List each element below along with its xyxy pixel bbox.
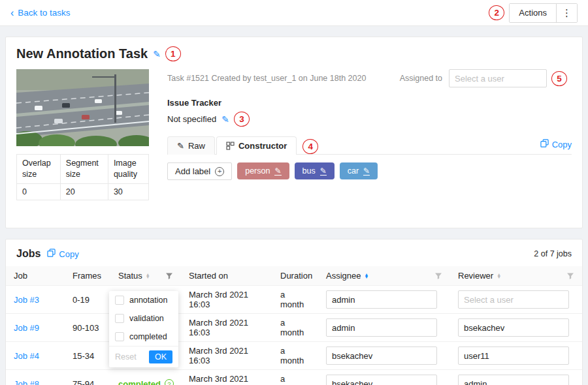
jobs-title: Jobs bbox=[16, 248, 41, 260]
checkbox-completed bbox=[115, 332, 124, 341]
copy-icon bbox=[540, 139, 549, 149]
job-9-assignee-input[interactable] bbox=[326, 318, 437, 337]
tab-constructor-label: Constructor bbox=[238, 141, 287, 151]
job-3-reviewer-input[interactable] bbox=[458, 290, 569, 309]
copy-jobs-label: Copy bbox=[59, 249, 78, 259]
jobs-header: Jobs Copy 2 of 7 jobs bbox=[6, 239, 582, 266]
job-4-started: March 3rd 2021 16:03 bbox=[189, 346, 248, 365]
filter-option-validation-label: validation bbox=[129, 314, 164, 323]
job-3-started: March 3rd 2021 16:03 bbox=[189, 290, 248, 309]
filter-ok-button[interactable]: OK bbox=[149, 350, 172, 363]
task-details-card: New Annotation Task ✎ 1 bbox=[5, 37, 583, 228]
edit-issue-tracker-icon[interactable]: ✎ bbox=[221, 114, 229, 125]
tab-raw-label: Raw bbox=[188, 141, 205, 151]
task-parameters-table: Overlap size Segment size Image quality … bbox=[16, 154, 149, 200]
back-label: Back to tasks bbox=[18, 8, 70, 18]
reviewer-sort-icon[interactable]: ▲▼ bbox=[497, 273, 501, 279]
jobs-count: 2 of 7 jobs bbox=[534, 249, 572, 258]
task-meta-text: Task #1521 Created by test_user_1 on Jun… bbox=[167, 74, 400, 83]
job-8-reviewer-input[interactable] bbox=[458, 375, 569, 385]
annotation-marker-4: 4 bbox=[302, 139, 318, 154]
edit-task-name-icon[interactable]: ✎ bbox=[153, 49, 161, 59]
task-title: New Annotation Task bbox=[16, 46, 148, 61]
job-8-status: completed ? bbox=[118, 379, 174, 385]
edit-label-person-icon[interactable]: ✎ bbox=[274, 167, 281, 176]
job-9-frames: 90-103 bbox=[73, 323, 99, 333]
column-job: Job bbox=[14, 271, 27, 281]
job-9-started: March 3rd 2021 16:03 bbox=[189, 318, 248, 337]
job-4-assignee-input[interactable] bbox=[326, 346, 437, 365]
chevron-left-icon: ‹ bbox=[10, 8, 14, 18]
task-left-column: Overlap size Segment size Image quality … bbox=[16, 69, 149, 217]
label-chip-person-name: person bbox=[245, 166, 270, 176]
status-sort-icon[interactable]: ▲▼ bbox=[146, 273, 150, 279]
job-row-3: Job #3 0-19 March 3rd 2021 16:03 a month bbox=[6, 286, 582, 314]
assignee-sort-icon[interactable]: ▲▼ bbox=[364, 273, 368, 279]
checkbox-validation bbox=[115, 314, 124, 323]
param-header-segment: Segment size bbox=[60, 155, 108, 184]
assigned-to-label: Assigned to bbox=[400, 74, 442, 83]
job-8-assignee-input[interactable] bbox=[326, 375, 437, 385]
copy-labels-link[interactable]: Copy bbox=[540, 139, 572, 149]
label-chip-person[interactable]: person ✎ bbox=[237, 162, 289, 179]
param-value-quality: 30 bbox=[108, 183, 148, 200]
annotation-marker-3: 3 bbox=[234, 112, 250, 127]
param-value-segment: 20 bbox=[60, 183, 108, 200]
column-reviewer: Reviewer bbox=[458, 271, 493, 281]
checkbox-annotation bbox=[115, 296, 124, 305]
add-label-button[interactable]: Add label + bbox=[167, 162, 232, 180]
job-8-duration: a month bbox=[280, 374, 304, 385]
filter-dropdown-footer: Reset OK bbox=[109, 346, 178, 367]
labels-list: Add label + person ✎ bus ✎ car bbox=[167, 155, 572, 217]
actions-button-group: Actions ⋮ bbox=[509, 3, 578, 23]
tab-constructor[interactable]: Constructor bbox=[216, 136, 297, 155]
filter-reset-button[interactable]: Reset bbox=[115, 352, 137, 362]
edit-label-car-icon[interactable]: ✎ bbox=[363, 167, 370, 176]
filter-option-completed[interactable]: completed bbox=[109, 328, 178, 346]
job-3-frames: 0-19 bbox=[73, 295, 90, 305]
labels-editor: ✎ Raw Constructor 4 bbox=[167, 136, 572, 217]
tab-raw[interactable]: ✎ Raw bbox=[167, 136, 215, 155]
back-to-tasks-link[interactable]: ‹ Back to tasks bbox=[10, 8, 71, 18]
copy-jobs-link[interactable]: Copy bbox=[47, 249, 78, 259]
label-chip-car[interactable]: car ✎ bbox=[340, 162, 378, 179]
annotation-marker-1: 1 bbox=[165, 46, 181, 61]
column-duration: Duration bbox=[280, 271, 312, 281]
job-3-link[interactable]: Job #3 bbox=[14, 295, 39, 305]
status-filter-icon[interactable] bbox=[160, 272, 173, 280]
job-8-started: March 3rd 2021 16:03 bbox=[189, 374, 248, 385]
copy-icon bbox=[47, 249, 56, 259]
job-4-reviewer-input[interactable] bbox=[458, 346, 569, 365]
topbar-actions: 2 Actions ⋮ bbox=[484, 3, 578, 23]
job-8-link[interactable]: Job #8 bbox=[14, 379, 39, 385]
label-chip-bus[interactable]: bus ✎ bbox=[295, 162, 335, 179]
job-row-4: Job #4 15-34 March 3rd 2021 16:03 a mont… bbox=[6, 342, 582, 370]
filter-option-annotation[interactable]: annotation bbox=[109, 291, 178, 309]
job-3-assignee-input[interactable] bbox=[326, 290, 437, 309]
jobs-table: Job Frames Status ▲▼ Started on Duration bbox=[6, 266, 582, 385]
param-value-overlap: 0 bbox=[17, 183, 61, 200]
kebab-menu-icon: ⋮ bbox=[562, 7, 572, 18]
labels-tabs-bar: ✎ Raw Constructor 4 bbox=[167, 136, 572, 155]
add-label-text: Add label bbox=[175, 166, 210, 176]
assigned-to-input[interactable] bbox=[449, 69, 547, 87]
task-preview-image bbox=[16, 69, 149, 146]
actions-button[interactable]: Actions bbox=[510, 4, 556, 22]
job-4-link[interactable]: Job #4 bbox=[14, 351, 39, 361]
label-chip-bus-name: bus bbox=[302, 166, 316, 176]
job-9-link[interactable]: Job #9 bbox=[14, 323, 39, 333]
job-8-frames: 75-94 bbox=[73, 379, 94, 385]
edit-label-bus-icon[interactable]: ✎ bbox=[320, 167, 327, 176]
topbar: ‹ Back to tasks 2 Actions ⋮ bbox=[0, 0, 588, 26]
job-9-reviewer-input[interactable] bbox=[458, 318, 569, 337]
filter-option-validation[interactable]: validation bbox=[109, 309, 178, 328]
question-circle-icon[interactable]: ? bbox=[165, 379, 174, 385]
more-actions-button[interactable]: ⋮ bbox=[556, 4, 577, 22]
reviewer-filter-icon[interactable] bbox=[561, 272, 574, 280]
job-9-duration: a month bbox=[280, 318, 304, 337]
job-3-duration: a month bbox=[280, 290, 304, 309]
traffic-scene-graphic bbox=[16, 69, 149, 146]
filter-option-completed-label: completed bbox=[129, 332, 167, 341]
assignee-filter-icon[interactable] bbox=[429, 272, 442, 280]
plus-circle-icon: + bbox=[215, 167, 224, 176]
